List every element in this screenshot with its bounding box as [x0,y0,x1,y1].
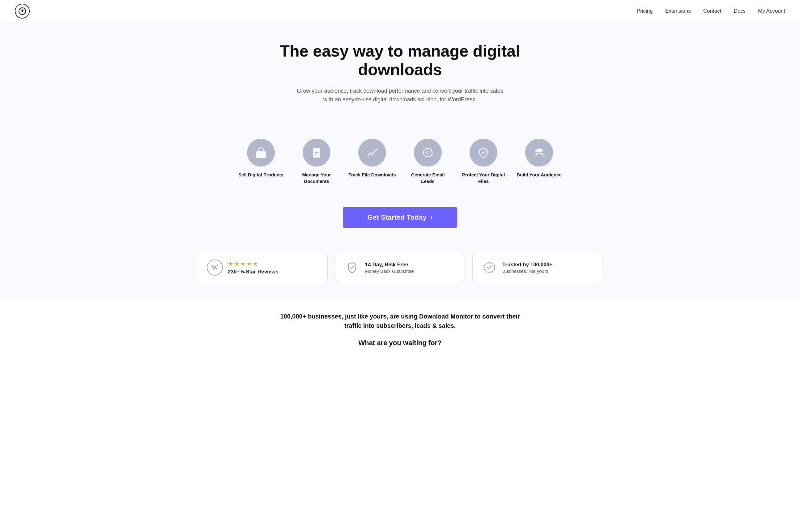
guarantee-subtitle: Money Back Guarantee [365,268,414,274]
manage-icon [303,139,331,167]
shield-check-icon [344,260,360,276]
bottom-tagline: What are you waiting for? [279,338,521,348]
wordpress-icon: W [207,260,223,276]
feature-leads: Generate Email Leads [400,136,455,187]
nav-contact[interactable]: Contact [703,8,722,14]
navigation: Pricing Extensions Contact Docs My Accou… [0,0,800,22]
feature-track: Track File Downloads [345,136,400,187]
protect-label: Protect Your Digital Files [459,171,507,185]
hero-heading: The easy way to manage digital downloads [261,42,539,79]
audience-label: Build Your Audience [517,171,562,178]
track-label: Track File Downloads [348,171,396,178]
feature-audience: Build Your Audience [511,136,567,187]
reviews-title: 230+ 5-Star Reviews [228,269,279,275]
star-rating: ★★★★★ [228,260,279,268]
guarantee-text: 14 Day, Risk Free Money Back Guarantee [365,262,414,274]
hero-subheading: Grow your audience, track download perfo… [292,87,508,104]
verified-badge-icon [481,260,497,276]
site-logo[interactable] [15,4,30,19]
nav-my-account[interactable]: My Account [758,8,785,14]
feature-manage: Manage Your Documents [289,136,345,187]
trust-guarantee: 14 Day, Risk Free Money Back Guarantee [335,253,465,282]
manage-label: Manage Your Documents [293,171,341,185]
trust-section: W ★★★★★ 230+ 5-Star Reviews 14 Day, Risk… [0,246,800,297]
trust-trusted: Trusted by 100,000+ Businesses, like you… [472,253,602,282]
trust-reviews: W ★★★★★ 230+ 5-Star Reviews [198,253,328,282]
cta-section: Get Started Today › [0,197,800,246]
svg-point-6 [427,152,429,154]
svg-point-9 [537,148,541,152]
protect-icon [469,139,497,167]
bottom-section: 100,000+ businesses, just like yours, ar… [0,297,800,363]
leads-label: Generate Email Leads [404,171,452,185]
track-icon [358,139,386,167]
trusted-text: Trusted by 100,000+ Businesses, like you… [502,262,552,274]
reviews-text: ★★★★★ 230+ 5-Star Reviews [228,260,279,275]
get-started-button[interactable]: Get Started Today › [343,207,458,228]
hero-section: The easy way to manage digital downloads… [0,22,800,119]
nav-docs[interactable]: Docs [733,8,746,14]
nav-links: Pricing Extensions Contact Docs My Accou… [637,8,785,14]
guarantee-title: 14 Day, Risk Free [365,262,414,268]
nav-extensions[interactable]: Extensions [665,8,691,14]
audience-icon [525,139,553,167]
trusted-title: Trusted by 100,000+ [502,262,552,268]
cta-label: Get Started Today [368,213,427,222]
trusted-subtitle: Businesses, like yours [502,268,552,274]
features-section: Sell Digital Products Manage Your Docume… [0,119,800,197]
cta-arrow-icon: › [430,213,433,222]
leads-icon [414,139,442,167]
sell-icon [247,139,275,167]
sell-label: Sell Digital Products [238,171,283,178]
bottom-paragraph: 100,000+ businesses, just like yours, ar… [279,312,521,330]
nav-pricing[interactable]: Pricing [637,8,653,14]
feature-sell: Sell Digital Products [233,136,289,187]
feature-protect: Protect Your Digital Files [455,136,511,187]
